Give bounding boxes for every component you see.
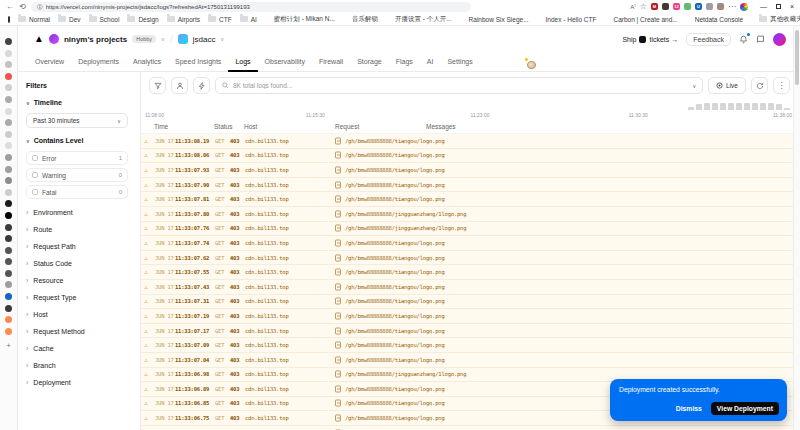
filter-section-collapsed[interactable]: › Request Type xyxy=(26,294,128,301)
log-row[interactable]: ⚠ JUN 17 11:33:07.81 GET 403 cdn.bil133.… xyxy=(141,192,800,207)
browser-tab-icon[interactable] xyxy=(5,142,12,149)
requests-button[interactable] xyxy=(171,77,188,94)
browser-tab-icon[interactable] xyxy=(5,84,12,91)
filter-button[interactable] xyxy=(149,77,166,94)
log-row[interactable]: ⚠ JUN 17 11:33:07.93 GET 403 cdn.bil133.… xyxy=(141,163,800,178)
live-toggle-button[interactable]: Live xyxy=(708,77,746,94)
browser-tab-icon[interactable] xyxy=(5,50,12,57)
browser-tab-icon[interactable] xyxy=(5,189,12,196)
log-row[interactable]: ⚠ JUN 17 11:33:07.76 GET 403 cdn.bil133.… xyxy=(141,222,800,237)
project-name[interactable]: jsdacc xyxy=(193,35,216,44)
bookmark-folder[interactable]: Design xyxy=(127,16,158,23)
level-filter-row[interactable]: Fatal 0 xyxy=(26,185,128,199)
minimize-button[interactable]: — xyxy=(760,3,767,10)
filter-section-collapsed[interactable]: › Branch xyxy=(26,362,128,369)
vercel-logo-icon[interactable]: ▲ xyxy=(34,34,44,44)
project-tab[interactable]: Overview xyxy=(28,52,71,72)
bookmark-item[interactable]: 蜜柑计划 - Mikan N... xyxy=(265,15,335,24)
project-tab[interactable]: Deployments xyxy=(71,52,126,72)
timeline-section-toggle[interactable]: ∨ Timeline xyxy=(26,99,128,106)
project-tab[interactable]: Logs xyxy=(228,52,257,72)
browser-tab-icon[interactable] xyxy=(5,166,12,173)
other-bookmarks[interactable]: 其他收藏夹 xyxy=(759,15,800,24)
browser-tab-icon[interactable] xyxy=(5,270,12,277)
level-checkbox[interactable] xyxy=(32,189,38,195)
bookmark-folder[interactable]: AI xyxy=(240,16,257,23)
extension-icon[interactable]: U xyxy=(695,3,702,10)
new-tab-button[interactable]: + xyxy=(6,341,11,350)
browser-tab-icon[interactable] xyxy=(5,258,12,265)
level-checkbox[interactable] xyxy=(32,172,38,178)
team-selector-icon[interactable]: ∨ xyxy=(161,36,165,42)
maximize-button[interactable] xyxy=(776,4,781,9)
browser-tab-icon[interactable] xyxy=(5,212,12,219)
workspace-icon[interactable] xyxy=(8,16,10,23)
browser-tab-icon[interactable] xyxy=(5,154,12,161)
filter-section-collapsed[interactable]: › Environment xyxy=(26,209,128,216)
read-aloud-icon[interactable]: A⁾ xyxy=(630,3,635,10)
logs-search-input[interactable]: 8K total logs found... ∨ xyxy=(215,77,703,94)
bookmark-folder[interactable]: Dev xyxy=(58,16,81,23)
project-tab[interactable]: Storage xyxy=(350,52,389,72)
user-avatar[interactable] xyxy=(773,33,786,46)
level-filter-row[interactable]: Error 1 xyxy=(26,151,128,165)
bookmark-folder[interactable]: CTF xyxy=(208,16,232,23)
browser-profile-avatar[interactable] xyxy=(740,3,748,11)
more-options-button[interactable]: ⋮ xyxy=(773,77,790,94)
notifications-button[interactable] xyxy=(739,35,748,44)
log-volume-histogram[interactable] xyxy=(141,98,800,111)
browser-tab-icon[interactable] xyxy=(5,247,12,254)
log-row[interactable]: ⚠ JUN 17 11:33:07.04 GET 403 cdn.bil133.… xyxy=(141,353,800,368)
browser-tab-icon[interactable] xyxy=(5,131,12,138)
team-name[interactable]: ninym's projects xyxy=(64,35,127,44)
browser-tab-icon[interactable] xyxy=(5,235,12,242)
project-tab[interactable]: Flags xyxy=(389,52,420,72)
filter-section-collapsed[interactable]: › Request Method xyxy=(26,328,128,335)
browser-tab-icon[interactable] xyxy=(5,61,12,68)
level-checkbox[interactable] xyxy=(32,155,38,161)
favorite-star-icon[interactable]: ☆ xyxy=(640,2,647,11)
filter-section-collapsed[interactable]: › Deployment xyxy=(26,379,128,386)
page-scrollbar[interactable] xyxy=(793,26,800,430)
bookmark-item[interactable]: 开播设置 - 个人开... xyxy=(386,15,452,24)
browser-tab-icon[interactable] xyxy=(5,73,12,80)
chevron-down-icon[interactable]: ∨ xyxy=(692,83,696,89)
ship-banner[interactable]: Ship tickets → xyxy=(622,36,678,43)
filter-section-collapsed[interactable]: › Host xyxy=(26,311,128,318)
refresh-logs-button[interactable] xyxy=(751,77,768,94)
log-row[interactable]: ⚠ JUN 17 11:33:08.19 GET 403 cdn.bil133.… xyxy=(141,134,800,149)
bookmark-item[interactable]: Netdata Console xyxy=(686,16,743,23)
project-tab[interactable]: Observability xyxy=(258,52,312,72)
view-deployment-button[interactable]: View Deployment xyxy=(711,402,779,415)
log-row[interactable]: ⚠ JUN 17 11:33:08.06 GET 403 cdn.bil133.… xyxy=(141,149,800,164)
browser-tab-icon[interactable] xyxy=(5,96,12,103)
project-tab[interactable]: Settings xyxy=(440,52,479,72)
browser-tab-icon[interactable] xyxy=(5,293,12,300)
browser-tab-icon[interactable] xyxy=(5,38,12,45)
dismiss-button[interactable]: Dismiss xyxy=(676,405,702,412)
bookmark-folder[interactable]: Normal xyxy=(18,16,50,23)
filter-section-collapsed[interactable]: › Route xyxy=(26,226,128,233)
filter-section-collapsed[interactable]: › Cache xyxy=(26,345,128,352)
bookmark-item[interactable]: Index - Hello CTF xyxy=(537,16,597,23)
address-bar[interactable]: 🛈 https://vercel.com/ninymis-projects/js… xyxy=(31,2,471,12)
log-row[interactable]: ⚠ JUN 17 11:33:07.55 GET 403 cdn.bil133.… xyxy=(141,265,800,280)
log-row[interactable]: ⚠ JUN 17 11:33:07.43 GET 403 cdn.bil133.… xyxy=(141,280,800,295)
bookmark-item[interactable]: Rainbow Six Siege... xyxy=(460,16,529,23)
timeline-range-select[interactable]: Past 30 minutes ∨ xyxy=(26,113,128,128)
extension-icon[interactable]: 13 xyxy=(673,3,680,10)
browser-tab-icon[interactable] xyxy=(5,200,12,207)
filter-section-collapsed[interactable]: › Resource xyxy=(26,277,128,284)
browser-tab-icon[interactable] xyxy=(5,177,12,184)
browser-tab-icon[interactable] xyxy=(5,108,12,115)
extension-icon[interactable] xyxy=(662,3,669,10)
log-row[interactable]: ⚠ JUN 17 11:33:07.90 GET 403 cdn.bil133.… xyxy=(141,178,800,193)
browser-tab-icon[interactable] xyxy=(5,119,12,126)
bookmark-item[interactable]: Carbon | Create and... xyxy=(605,16,678,23)
browser-tab-icon[interactable] xyxy=(5,281,12,288)
bookmark-item[interactable]: 音乐解锁 xyxy=(343,15,378,24)
browser-tab-icon[interactable] xyxy=(5,328,12,335)
extension-icon[interactable] xyxy=(717,3,724,10)
log-row[interactable]: ⚠ JUN 17 11:33:07.09 GET 403 cdn.bil133.… xyxy=(141,338,800,353)
project-tab[interactable]: Analytics xyxy=(126,52,168,72)
